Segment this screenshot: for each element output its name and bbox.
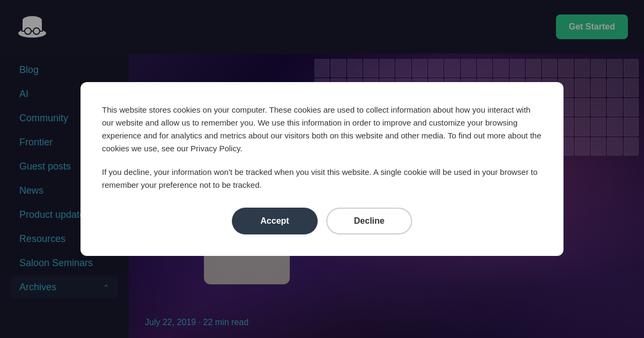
cookie-modal-buttons: Accept Decline [102,208,542,234]
cookie-modal-overlay: This website stores cookies on your comp… [0,0,644,338]
cookie-decline-button[interactable]: Decline [326,208,412,234]
cookie-accept-button[interactable]: Accept [232,208,318,234]
cookie-modal-text-1: This website stores cookies on your comp… [102,104,542,155]
cookie-modal-text-2: If you decline, your information won't b… [102,166,542,192]
cookie-modal: This website stores cookies on your comp… [80,82,564,256]
